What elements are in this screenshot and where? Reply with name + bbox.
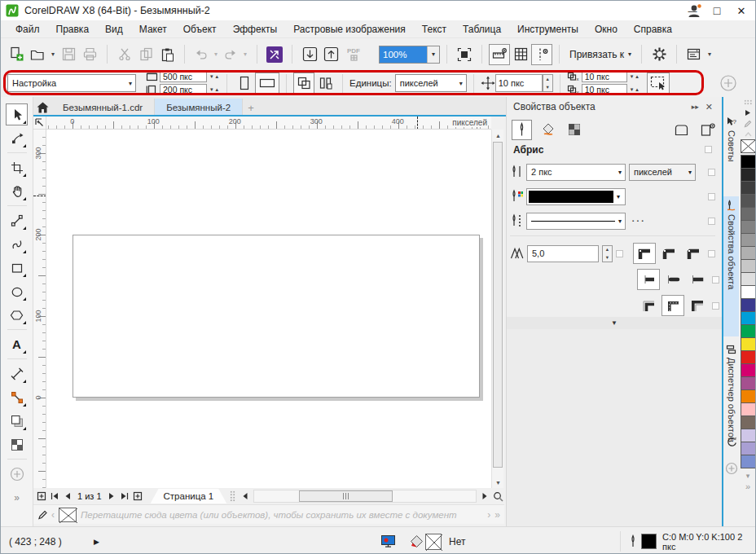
launcher-dropdown-arrow[interactable]: ▾ [705,44,714,65]
color-swatch[interactable] [741,259,756,273]
fill-section-button[interactable] [538,120,558,140]
palette-edit-button[interactable] [744,118,752,129]
show-rulers-button[interactable] [489,44,510,65]
scroll-down-arrow[interactable]: ▼ [492,477,504,488]
pick-tool[interactable] [6,103,28,125]
horizontal-scrollbar[interactable] [253,490,477,503]
palette-scroll-right[interactable]: › [487,509,490,521]
status-expand-button[interactable]: ▶ [94,527,99,554]
palette-scroll-down-button[interactable]: ▾ [746,470,750,481]
page-width-field[interactable]: 500 пкс [160,71,207,82]
toolbox-overflow-button[interactable]: » [6,486,28,508]
section-expander[interactable]: ▼ [507,317,722,329]
color-swatch[interactable] [741,285,756,299]
undo-dropdown-arrow[interactable]: ▾ [211,44,221,65]
round-corner-button[interactable] [657,243,680,264]
color-swatch[interactable] [741,429,756,442]
menu-item[interactable]: Макет [131,24,175,35]
menu-item[interactable]: Вид [97,24,131,35]
menu-item[interactable]: Растровые изображения [285,24,414,35]
outline-position-checkbox[interactable] [712,302,719,310]
save-button[interactable] [58,44,79,65]
add-docker-button[interactable] [723,459,739,475]
docker-close-button[interactable]: ✕ [703,102,715,112]
transparency-section-button[interactable] [564,120,584,140]
drawing-page[interactable] [73,235,480,398]
pan-tool[interactable] [6,180,28,202]
document-tab-2[interactable]: Безымянный-2 [155,99,243,117]
rectangle-tool[interactable] [6,257,28,279]
color-swatch[interactable] [741,337,756,351]
no-fill-swatch[interactable] [741,139,756,153]
vertical-scroll-thumb[interactable] [493,142,503,468]
document-tab-1[interactable]: Безымянный-1.cdr [51,99,155,117]
page-width-spinner[interactable]: ▾▴ [209,73,220,80]
ruler-origin[interactable] [33,117,46,130]
miter-limit-spinner[interactable]: ▴▾ [602,245,613,262]
color-swatch[interactable] [741,376,756,390]
color-swatch[interactable] [741,194,756,208]
units-dropdown-arrow[interactable]: ▾ [456,80,466,87]
outline-color-checkbox[interactable] [708,193,715,200]
page-preset-combo[interactable]: Настройка ▾ [7,74,136,92]
nudge-distance-field[interactable]: 10 пкс [495,74,543,92]
color-swatch[interactable] [741,363,756,377]
portrait-button[interactable] [234,73,255,94]
outline-width-checkbox[interactable] [708,169,715,176]
color-swatch[interactable] [741,416,756,429]
duplicate-x-spinner[interactable]: ▾▴ [629,73,640,80]
color-swatch[interactable] [741,311,756,325]
outline-color-swatch[interactable] [641,527,657,554]
paste-button[interactable] [156,44,178,65]
previous-page-button[interactable] [61,490,74,503]
transparency-tool[interactable] [6,433,28,455]
open-button[interactable] [27,44,48,65]
vertical-ruler[interactable]: 3002001000 [33,130,46,488]
color-swatch[interactable] [741,272,756,286]
add-tool-button[interactable] [6,463,28,485]
zoom-level-combo[interactable]: 100% ▾ [379,46,440,64]
polygon-tool[interactable] [6,304,28,326]
fill-status-icon[interactable] [410,527,424,554]
palette-overflow[interactable]: » [494,509,500,521]
page-height-spinner[interactable]: ▾▴ [209,86,220,93]
outline-style-checkbox[interactable] [708,218,715,225]
crop-tool[interactable] [6,156,28,178]
color-swatch[interactable] [741,168,756,182]
color-swatch[interactable] [741,233,756,247]
scrollbar-grip[interactable] [230,490,235,502]
shape-tool[interactable] [6,127,28,149]
color-swatch[interactable] [741,389,756,403]
scroll-left-arrow[interactable] [239,490,252,503]
zoom-level-value[interactable]: 100% [380,46,427,63]
line-cap-checkbox[interactable] [712,276,719,284]
menu-item[interactable]: Объект [175,24,225,35]
bevel-corner-button[interactable] [682,243,705,264]
all-pages-button[interactable] [293,73,314,94]
palette-flyout-button[interactable] [745,108,751,118]
wrap-panel-button[interactable] [671,120,692,140]
maximize-button[interactable]: □ [705,1,729,20]
copy-button[interactable] [135,44,156,65]
docker-collapse-button[interactable]: ▸▸ [688,103,703,111]
color-swatch[interactable] [741,350,756,364]
vertical-scrollbar[interactable]: ▲ ▼ [491,130,503,488]
square-cap-button[interactable] [686,269,709,290]
color-swatch[interactable] [741,220,756,234]
new-tab-button[interactable]: + [243,99,259,117]
palette-drag-handle[interactable] [744,99,752,105]
cut-button[interactable] [114,44,135,65]
style-settings-button[interactable]: ▪ ▪ ▪ [629,218,648,223]
text-tool[interactable]: A [6,333,28,355]
butt-cap-button[interactable] [637,269,660,290]
color-swatch[interactable] [741,324,756,338]
last-page-button[interactable] [118,490,131,503]
no-color-swatch[interactable] [59,508,77,522]
dimension-tool[interactable] [6,363,28,385]
scroll-mode-button[interactable] [697,120,718,140]
next-page-button[interactable] [105,490,118,503]
show-grid-button[interactable] [510,44,531,65]
outline-units-combo[interactable]: пикселей▾ [629,164,696,181]
print-button[interactable] [79,44,100,65]
outline-width-combo[interactable]: 2 пкс▾ [526,164,626,181]
